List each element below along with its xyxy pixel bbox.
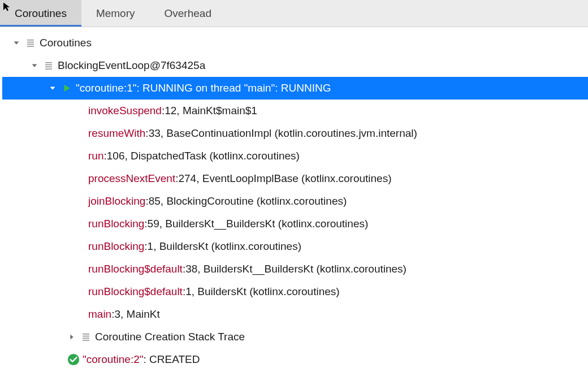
stack-frame-label: runBlocking$default:1, BuildersKt (kotli… [88,286,340,298]
stack-frame-label: processNextEvent:274, EventLoopImplBase … [88,172,392,185]
coroutine-created-label: "coroutine:2": CREATED [83,353,200,366]
tab-overhead[interactable]: Overhead [150,0,226,27]
stack-frame[interactable]: runBlocking:1, BuildersKt (kotlinx.corou… [2,235,588,258]
tree-coroutine-running[interactable]: "coroutine:1": RUNNING on thread "main":… [2,77,588,100]
stack-frame-label: runBlocking:59, BuildersKt__BuildersKt (… [88,218,368,230]
tree-root-label: Coroutines [40,37,92,49]
tabbar: Coroutines Memory Overhead [0,0,588,27]
tree-dispatcher-label: BlockingEventLoop@7f63425a [58,59,205,72]
stack-frame[interactable]: invokeSuspend:12, MainKt$main$1 [2,100,588,122]
tree-root[interactable]: Coroutines [2,32,588,54]
stack-frame[interactable]: main:3, MainKt [2,303,588,326]
tree-dispatcher[interactable]: BlockingEventLoop@7f63425a [2,54,588,77]
stack-frame-label: resumeWith:33, BaseContinuationImpl (kot… [88,127,417,140]
stack-frame[interactable]: run:106, DispatchedTask (kotlinx.corouti… [2,145,588,167]
stack-frame-label: run:106, DispatchedTask (kotlinx.corouti… [88,150,300,162]
stack-frame[interactable]: resumeWith:33, BaseContinuationImpl (kot… [2,122,588,145]
play-icon [59,83,75,93]
stack-frame[interactable]: joinBlocking:85, BlockingCoroutine (kotl… [2,190,588,213]
chevron-down-icon[interactable] [10,39,23,47]
stack-frame-label: runBlocking:1, BuildersKt (kotlinx.corou… [88,240,301,253]
tab-coroutines[interactable]: Coroutines [0,0,81,27]
stack-frame[interactable]: runBlocking:59, BuildersKt__BuildersKt (… [2,213,588,235]
check-circle-icon [66,353,81,366]
tab-memory[interactable]: Memory [81,0,150,27]
chevron-right-icon[interactable] [66,333,78,341]
thread-group-icon [41,60,57,71]
thread-group-icon [78,332,94,342]
stack-frame[interactable]: runBlocking$default:38, BuildersKt__Buil… [2,258,588,280]
stack-frame-label: main:3, MainKt [88,308,160,321]
thread-group-icon [23,38,38,48]
svg-point-12 [68,354,79,365]
chevron-down-icon[interactable] [28,62,41,70]
coroutine-running-label: "coroutine:1": RUNNING on thread "main":… [76,82,331,94]
creation-stack-label: Coroutine Creation Stack Trace [95,331,245,343]
tree-coroutine-created[interactable]: "coroutine:2": CREATED [2,348,588,371]
stack-frame[interactable]: processNextEvent:274, EventLoopImplBase … [2,167,588,190]
stack-frame-label: runBlocking$default:38, BuildersKt__Buil… [88,263,407,275]
stack-frame-label: invokeSuspend:12, MainKt$main$1 [88,105,257,117]
stack-frame-label: joinBlocking:85, BlockingCoroutine (kotl… [88,195,347,207]
stack-frame[interactable]: runBlocking$default:1, BuildersKt (kotli… [2,280,588,303]
chevron-down-icon[interactable] [46,84,59,92]
coroutines-tree: Coroutines BlockingEventLoop@7f63425a "c… [0,27,588,372]
tree-creation-stack[interactable]: Coroutine Creation Stack Trace [2,326,588,348]
